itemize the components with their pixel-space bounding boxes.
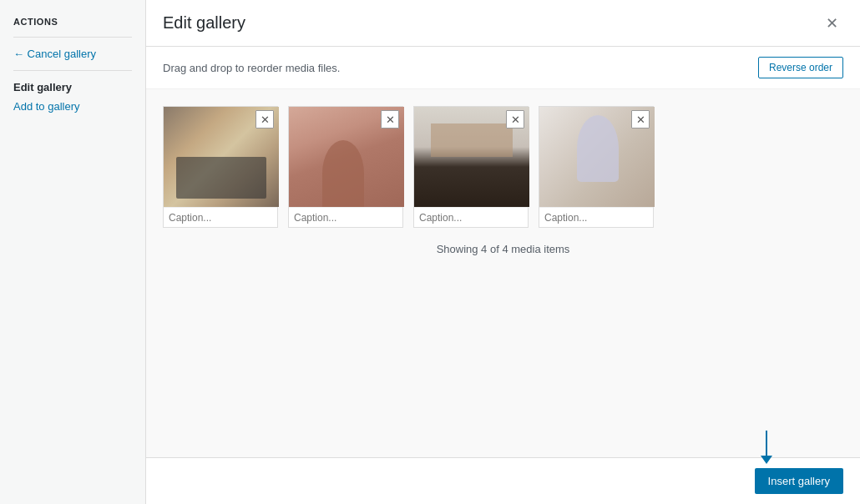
remove-item-3-button[interactable]: ✕: [506, 110, 524, 129]
sidebar-divider: [13, 37, 132, 38]
cancel-gallery-link[interactable]: ← Cancel gallery: [13, 48, 132, 60]
edit-gallery-sidebar-title: Edit gallery: [13, 81, 132, 93]
drag-hint: Drag and drop to reorder media files.: [163, 62, 340, 74]
toolbar: Drag and drop to reorder media files. Re…: [146, 47, 860, 89]
arrow-head: [761, 456, 772, 464]
sidebar-actions-label: Actions: [13, 17, 132, 27]
remove-item-4-button[interactable]: ✕: [631, 110, 650, 129]
gallery-item[interactable]: ✕: [288, 106, 403, 228]
insert-gallery-button[interactable]: Insert gallery: [755, 468, 843, 494]
page-title: Edit gallery: [163, 13, 245, 33]
dialog-header: Edit gallery ✕: [146, 0, 860, 47]
sidebar-divider-2: [13, 70, 132, 71]
arrow-shaft: [766, 431, 767, 456]
caption-3-input[interactable]: [419, 212, 523, 224]
gallery-grid: ✕ ✕ ✕: [163, 106, 843, 228]
arrow-indicator: [761, 431, 772, 464]
caption-4-input[interactable]: [544, 212, 648, 224]
caption-4-container: [539, 207, 653, 227]
caption-2-input[interactable]: [294, 212, 397, 224]
main-panel: Edit gallery ✕ Drag and drop to reorder …: [146, 0, 860, 504]
caption-1-input[interactable]: [169, 212, 272, 224]
caption-2-container: [289, 207, 402, 227]
caption-1-container: [164, 207, 277, 227]
caption-3-container: [414, 207, 528, 227]
close-button[interactable]: ✕: [821, 14, 843, 33]
gallery-item[interactable]: ✕: [163, 106, 278, 228]
remove-item-1-button[interactable]: ✕: [255, 110, 274, 129]
gallery-count: Showing 4 of 4 media items: [163, 243, 843, 255]
footer: Insert gallery: [146, 457, 860, 504]
gallery-item[interactable]: ✕: [539, 106, 654, 228]
reverse-order-button[interactable]: Reverse order: [758, 57, 843, 78]
gallery-area: ✕ ✕ ✕: [146, 89, 860, 457]
remove-item-2-button[interactable]: ✕: [381, 110, 399, 129]
add-to-gallery-link[interactable]: Add to gallery: [13, 100, 132, 113]
gallery-item[interactable]: ✕: [413, 106, 529, 228]
sidebar: Actions ← Cancel gallery Edit gallery Ad…: [0, 0, 146, 504]
